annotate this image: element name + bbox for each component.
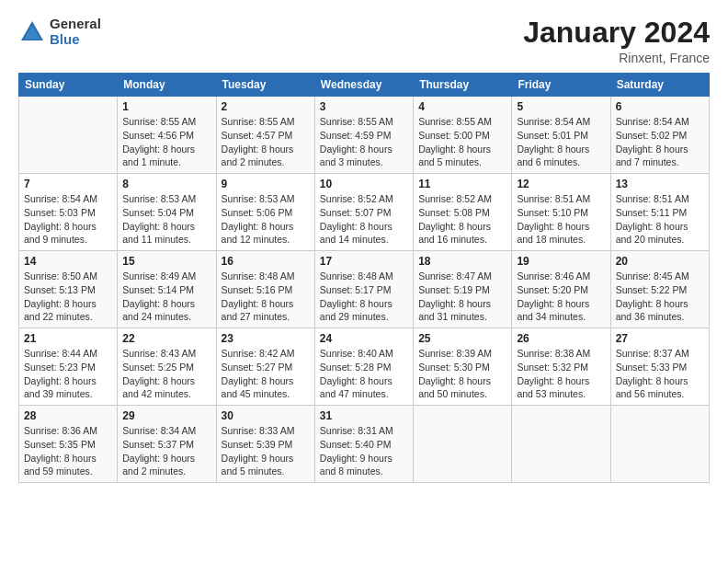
day-info: Sunrise: 8:52 AMSunset: 5:08 PMDaylight:… [418, 192, 506, 247]
day-number: 18 [418, 255, 506, 268]
week-row-4: 21Sunrise: 8:44 AMSunset: 5:23 PMDayligh… [19, 328, 710, 406]
day-number: 11 [418, 178, 506, 190]
week-row-3: 14Sunrise: 8:50 AMSunset: 5:13 PMDayligh… [19, 251, 710, 328]
day-cell: 5Sunrise: 8:54 AMSunset: 5:01 PMDaylight… [512, 97, 610, 174]
day-cell: 19Sunrise: 8:46 AMSunset: 5:20 PMDayligh… [512, 251, 610, 328]
day-info: Sunrise: 8:55 AMSunset: 5:00 PMDaylight:… [418, 115, 506, 169]
day-number: 3 [320, 100, 408, 113]
main-title: January 2024 [523, 17, 710, 49]
logo-text: General Blue [50, 17, 101, 47]
calendar-table: Sunday Monday Tuesday Wednesday Thursday… [18, 73, 710, 483]
day-cell: 31Sunrise: 8:31 AMSunset: 5:40 PMDayligh… [314, 406, 413, 483]
day-info: Sunrise: 8:50 AMSunset: 5:13 PMDaylight:… [24, 270, 112, 324]
day-number: 17 [320, 255, 408, 268]
day-cell: 20Sunrise: 8:45 AMSunset: 5:22 PMDayligh… [610, 251, 709, 328]
day-number: 21 [24, 332, 112, 345]
header-row: Sunday Monday Tuesday Wednesday Thursday… [19, 74, 710, 97]
day-cell: 16Sunrise: 8:48 AMSunset: 5:16 PMDayligh… [216, 251, 314, 328]
day-cell: 17Sunrise: 8:48 AMSunset: 5:17 PMDayligh… [314, 251, 413, 328]
day-number: 31 [320, 409, 408, 422]
day-cell: 29Sunrise: 8:34 AMSunset: 5:37 PMDayligh… [118, 406, 216, 483]
day-cell: 3Sunrise: 8:55 AMSunset: 4:59 PMDaylight… [314, 97, 413, 174]
day-number: 4 [418, 100, 506, 113]
day-cell: 24Sunrise: 8:40 AMSunset: 5:28 PMDayligh… [314, 328, 413, 406]
day-number: 30 [222, 409, 310, 422]
logo: General Blue [18, 17, 101, 47]
day-info: Sunrise: 8:39 AMSunset: 5:30 PMDaylight:… [418, 347, 506, 401]
day-info: Sunrise: 8:37 AMSunset: 5:33 PMDaylight:… [616, 347, 704, 401]
day-cell: 2Sunrise: 8:55 AMSunset: 4:57 PMDaylight… [216, 97, 314, 174]
logo-icon [18, 18, 46, 46]
day-info: Sunrise: 8:55 AMSunset: 4:59 PMDaylight:… [320, 115, 408, 169]
day-info: Sunrise: 8:53 AMSunset: 5:06 PMDaylight:… [222, 192, 310, 247]
header: General Blue January 2024 Rinxent, Franc… [18, 17, 710, 65]
day-number: 20 [616, 255, 704, 268]
day-number: 8 [122, 178, 210, 190]
day-cell: 22Sunrise: 8:43 AMSunset: 5:25 PMDayligh… [118, 328, 216, 406]
day-cell: 14Sunrise: 8:50 AMSunset: 5:13 PMDayligh… [19, 251, 118, 328]
day-cell: 21Sunrise: 8:44 AMSunset: 5:23 PMDayligh… [19, 328, 118, 406]
day-cell [610, 406, 709, 483]
day-info: Sunrise: 8:49 AMSunset: 5:14 PMDaylight:… [122, 270, 210, 324]
day-cell: 11Sunrise: 8:52 AMSunset: 5:08 PMDayligh… [414, 174, 512, 251]
logo-general-text: General [50, 17, 101, 32]
day-info: Sunrise: 8:55 AMSunset: 4:57 PMDaylight:… [222, 115, 310, 169]
location-subtitle: Rinxent, France [523, 51, 710, 65]
day-info: Sunrise: 8:51 AMSunset: 5:10 PMDaylight:… [517, 192, 605, 247]
calendar-body: 1Sunrise: 8:55 AMSunset: 4:56 PMDaylight… [19, 97, 710, 483]
day-info: Sunrise: 8:43 AMSunset: 5:25 PMDaylight:… [122, 347, 210, 401]
col-tuesday: Tuesday [216, 74, 314, 97]
day-info: Sunrise: 8:53 AMSunset: 5:04 PMDaylight:… [122, 192, 210, 247]
day-cell: 4Sunrise: 8:55 AMSunset: 5:00 PMDaylight… [414, 97, 512, 174]
day-number: 19 [517, 255, 605, 268]
day-number: 22 [122, 332, 210, 345]
day-info: Sunrise: 8:52 AMSunset: 5:07 PMDaylight:… [320, 192, 408, 247]
day-info: Sunrise: 8:48 AMSunset: 5:16 PMDaylight:… [222, 270, 310, 324]
day-cell: 10Sunrise: 8:52 AMSunset: 5:07 PMDayligh… [314, 174, 413, 251]
logo-blue-text: Blue [50, 32, 101, 48]
day-number: 12 [517, 178, 605, 190]
day-cell [512, 406, 610, 483]
day-number: 13 [616, 178, 704, 190]
week-row-5: 28Sunrise: 8:36 AMSunset: 5:35 PMDayligh… [19, 406, 710, 483]
day-cell: 23Sunrise: 8:42 AMSunset: 5:27 PMDayligh… [216, 328, 314, 406]
day-number: 15 [122, 255, 210, 268]
day-cell: 25Sunrise: 8:39 AMSunset: 5:30 PMDayligh… [414, 328, 512, 406]
day-number: 6 [616, 100, 704, 113]
day-number: 25 [418, 332, 506, 345]
day-cell: 1Sunrise: 8:55 AMSunset: 4:56 PMDaylight… [118, 97, 216, 174]
day-number: 16 [222, 255, 310, 268]
day-info: Sunrise: 8:38 AMSunset: 5:32 PMDaylight:… [517, 347, 605, 401]
day-number: 5 [517, 100, 605, 113]
week-row-1: 1Sunrise: 8:55 AMSunset: 4:56 PMDaylight… [19, 97, 710, 174]
day-info: Sunrise: 8:36 AMSunset: 5:35 PMDaylight:… [24, 424, 112, 478]
day-number: 29 [122, 409, 210, 422]
col-thursday: Thursday [414, 74, 512, 97]
day-info: Sunrise: 8:44 AMSunset: 5:23 PMDaylight:… [24, 347, 112, 401]
day-info: Sunrise: 8:42 AMSunset: 5:27 PMDaylight:… [222, 347, 310, 401]
day-info: Sunrise: 8:54 AMSunset: 5:03 PMDaylight:… [24, 192, 112, 247]
day-info: Sunrise: 8:55 AMSunset: 4:56 PMDaylight:… [122, 115, 210, 169]
day-info: Sunrise: 8:34 AMSunset: 5:37 PMDaylight:… [122, 424, 210, 478]
day-cell: 30Sunrise: 8:33 AMSunset: 5:39 PMDayligh… [216, 406, 314, 483]
day-number: 26 [517, 332, 605, 345]
day-number: 10 [320, 178, 408, 190]
day-info: Sunrise: 8:46 AMSunset: 5:20 PMDaylight:… [517, 270, 605, 324]
day-info: Sunrise: 8:33 AMSunset: 5:39 PMDaylight:… [222, 424, 310, 478]
day-info: Sunrise: 8:45 AMSunset: 5:22 PMDaylight:… [616, 270, 704, 324]
day-info: Sunrise: 8:51 AMSunset: 5:11 PMDaylight:… [616, 192, 704, 247]
title-block: January 2024 Rinxent, France [523, 17, 710, 65]
day-number: 27 [616, 332, 704, 345]
col-saturday: Saturday [610, 74, 709, 97]
day-cell [414, 406, 512, 483]
day-info: Sunrise: 8:47 AMSunset: 5:19 PMDaylight:… [418, 270, 506, 324]
day-cell: 28Sunrise: 8:36 AMSunset: 5:35 PMDayligh… [19, 406, 118, 483]
day-cell: 6Sunrise: 8:54 AMSunset: 5:02 PMDaylight… [610, 97, 709, 174]
day-number: 1 [122, 100, 210, 113]
calendar-header: Sunday Monday Tuesday Wednesday Thursday… [19, 74, 710, 97]
day-info: Sunrise: 8:48 AMSunset: 5:17 PMDaylight:… [320, 270, 408, 324]
day-cell [19, 97, 118, 174]
day-cell: 8Sunrise: 8:53 AMSunset: 5:04 PMDaylight… [118, 174, 216, 251]
day-cell: 13Sunrise: 8:51 AMSunset: 5:11 PMDayligh… [610, 174, 709, 251]
day-cell: 27Sunrise: 8:37 AMSunset: 5:33 PMDayligh… [610, 328, 709, 406]
